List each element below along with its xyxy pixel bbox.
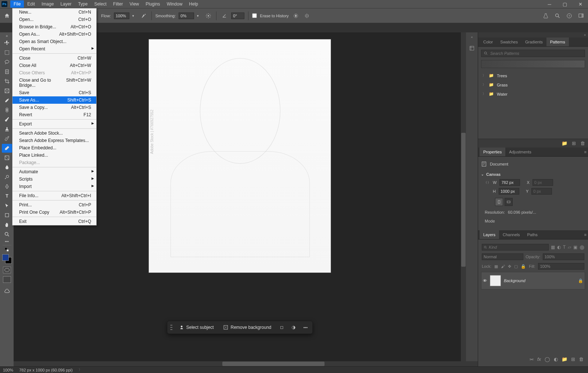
eyedropper-tool[interactable]: [2, 96, 12, 105]
layer-row-background[interactable]: 👁 Background 🔒: [481, 272, 585, 289]
tablet-pressure-icon[interactable]: [292, 12, 300, 20]
menu-item-save[interactable]: SaveCtrl+S: [12, 89, 96, 96]
group-icon[interactable]: 📁: [562, 356, 567, 362]
blend-mode-select[interactable]: [482, 253, 523, 260]
close-button[interactable]: ✕: [573, 0, 588, 8]
eraser-tool[interactable]: [2, 144, 12, 153]
beaker-icon[interactable]: [542, 12, 550, 20]
menu-filter[interactable]: Filter: [110, 0, 126, 8]
scrollbar-thumb[interactable]: [461, 133, 466, 267]
layer-mask-icon[interactable]: ◯: [545, 356, 550, 362]
menu-item-open-recent[interactable]: Open Recent▶: [12, 45, 96, 53]
menu-item-close-and-go-to-bridge[interactable]: Close and Go to Bridge...Shift+Ctrl+W: [12, 77, 96, 89]
menu-item-save-a-copy[interactable]: Save a Copy...Alt+Ctrl+S: [12, 104, 96, 111]
menu-item-save-as[interactable]: Save As...Shift+Ctrl+S: [12, 96, 96, 104]
smoothing-input[interactable]: [179, 13, 194, 19]
menu-select[interactable]: Select: [91, 0, 110, 8]
landscape-orientation-button[interactable]: [505, 198, 513, 206]
menu-item-revert[interactable]: RevertF12: [12, 111, 96, 118]
lock-image-icon[interactable]: 🖌: [501, 264, 505, 269]
quick-mask-icon[interactable]: [3, 267, 11, 273]
menu-help[interactable]: Help: [186, 0, 201, 8]
pattern-folder-trees[interactable]: 〉📁Trees: [481, 71, 585, 80]
transform-icon[interactable]: [278, 323, 286, 331]
tab-channels[interactable]: Channels: [499, 230, 523, 239]
menu-item-print-one-copy[interactable]: Print One CopyAlt+Shift+Ctrl+P: [12, 209, 96, 216]
remove-background-button[interactable]: Remove background: [220, 323, 274, 331]
lasso-tool[interactable]: [2, 58, 12, 67]
layer-filter[interactable]: [482, 244, 549, 251]
tab-properties[interactable]: Properties: [480, 148, 505, 156]
menu-edit[interactable]: Edit: [24, 0, 38, 8]
menu-file[interactable]: File: [10, 0, 24, 8]
menu-type[interactable]: Type: [75, 0, 91, 8]
horizontal-scrollbar[interactable]: [14, 361, 478, 366]
airbrush-icon[interactable]: [140, 12, 148, 20]
help-icon[interactable]: ?: [565, 12, 573, 20]
shape-tool[interactable]: [2, 211, 12, 220]
menu-item-browse-in-bridge[interactable]: Browse in Bridge...Alt+Ctrl+O: [12, 23, 96, 31]
erase-history-checkbox[interactable]: [252, 13, 257, 18]
menu-item-file-info[interactable]: File Info...Alt+Shift+Ctrl+I: [12, 192, 96, 199]
menu-item-search-adobe-express-templates[interactable]: Search Adobe Express Templates...: [12, 137, 96, 144]
document-info[interactable]: 782 px x 1000 px (60.096 ppi): [19, 368, 73, 372]
dodge-tool[interactable]: [2, 173, 12, 181]
menu-plugins[interactable]: Plugins: [142, 0, 163, 8]
vertical-scrollbar[interactable]: [461, 32, 466, 367]
lock-all-icon[interactable]: 🔒: [521, 264, 526, 269]
flow-caret[interactable]: ▾: [132, 14, 137, 18]
filter-pixel-icon[interactable]: ▦: [551, 245, 555, 250]
layer-opacity-input[interactable]: [543, 253, 584, 260]
symmetry-icon[interactable]: [303, 12, 311, 20]
home-icon[interactable]: [3, 12, 11, 20]
lock-artboard-icon[interactable]: ▢: [514, 264, 518, 269]
new-layer-icon[interactable]: ⊞: [571, 356, 575, 362]
tab-gradients[interactable]: Gradients: [521, 38, 546, 46]
menu-item-automate[interactable]: Automate▶: [12, 168, 96, 175]
menu-item-import[interactable]: Import▶: [12, 183, 96, 190]
menu-item-open-as[interactable]: Open As...Alt+Shift+Ctrl+O: [12, 31, 96, 38]
collapse-caret[interactable]: «: [471, 35, 473, 39]
portrait-orientation-button[interactable]: [495, 198, 503, 206]
grip-handle[interactable]: [170, 324, 172, 331]
tab-patterns[interactable]: Patterns: [546, 38, 569, 46]
filter-type-icon[interactable]: T: [563, 245, 566, 250]
patterns-search[interactable]: [481, 50, 585, 57]
gradient-tool[interactable]: [2, 153, 12, 162]
panel-menu-icon[interactable]: ≡: [584, 232, 587, 237]
link-layers-icon[interactable]: ⫘: [529, 356, 534, 362]
search-icon[interactable]: [553, 12, 562, 20]
history-panel-icon[interactable]: [468, 44, 476, 52]
more-icon[interactable]: •••: [301, 323, 309, 331]
tab-adjustments[interactable]: Adjustments: [505, 148, 535, 156]
frame-tool[interactable]: [2, 86, 12, 95]
menu-item-export[interactable]: Export▶: [12, 120, 96, 128]
tab-swatches[interactable]: Swatches: [496, 38, 521, 46]
panel-menu-icon[interactable]: ≡: [584, 150, 587, 154]
panel-collapse-caret[interactable]: »: [478, 32, 588, 38]
foreground-color[interactable]: [2, 254, 9, 261]
delete-layer-icon[interactable]: 🗑: [579, 356, 584, 362]
toolbar-expand-icon[interactable]: »: [6, 34, 8, 38]
pattern-folder-grass[interactable]: 〉📁Grass: [481, 80, 585, 89]
zoom-level[interactable]: 100%: [3, 368, 13, 372]
height-input[interactable]: [499, 188, 519, 195]
menu-item-close-all[interactable]: Close AllAlt+Ctrl+W: [12, 62, 96, 69]
tab-layers[interactable]: Layers: [480, 230, 499, 239]
crop-tool[interactable]: [2, 77, 12, 86]
color-swatches[interactable]: [2, 254, 12, 264]
marquee-tool[interactable]: [2, 48, 12, 57]
delete-pattern-icon[interactable]: 🗑: [580, 141, 585, 146]
menu-item-place-embedded[interactable]: Place Embedded...: [12, 144, 96, 152]
pattern-preview-strip[interactable]: [481, 60, 585, 68]
menu-item-exit[interactable]: ExitCtrl+Q: [12, 218, 96, 225]
menu-item-new[interactable]: New...Ctrl+N: [12, 8, 96, 16]
menu-item-open[interactable]: Open...Ctrl+O: [12, 16, 96, 23]
menu-item-open-as-smart-object[interactable]: Open as Smart Object...: [12, 38, 96, 45]
tab-paths[interactable]: Paths: [524, 230, 541, 239]
folder-icon[interactable]: 📁: [562, 141, 567, 146]
menu-item-close[interactable]: CloseCtrl+W: [12, 54, 96, 62]
width-input[interactable]: [499, 179, 520, 186]
menu-view[interactable]: View: [126, 0, 142, 8]
type-tool[interactable]: T: [2, 192, 12, 200]
